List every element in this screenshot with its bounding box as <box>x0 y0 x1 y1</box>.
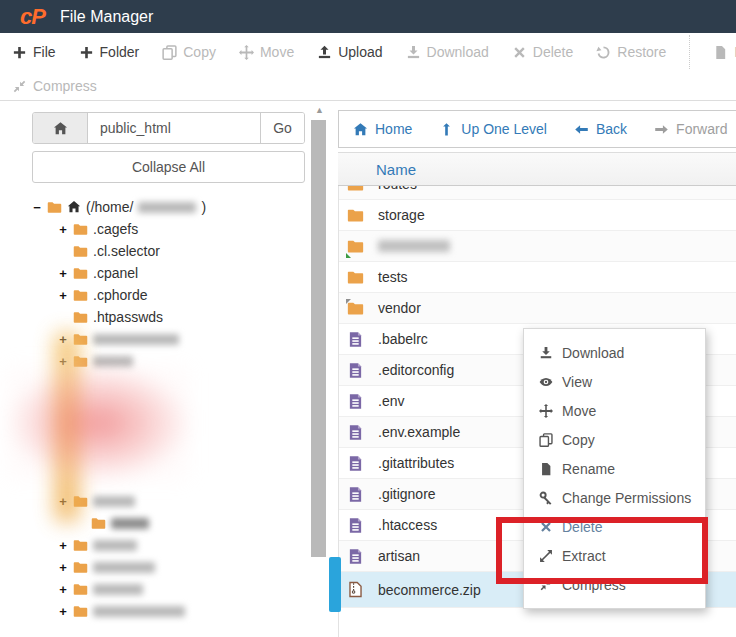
filelist-scrollbar-thumb[interactable] <box>329 557 341 612</box>
toolbar-button-move[interactable]: Move <box>239 44 294 60</box>
x-icon <box>539 520 553 534</box>
file-name: .gitattributes <box>378 455 454 471</box>
toolbar-button-copy[interactable]: Copy <box>162 44 216 60</box>
tree-item-htpasswds[interactable]: .htpasswds <box>58 306 310 328</box>
toolbar-button-folder[interactable]: Folder <box>79 44 140 60</box>
toolbar-row-1: FileFolderCopyMoveUploadDownloadDeleteRe… <box>0 33 736 71</box>
tree-item-redacted[interactable] <box>76 512 310 534</box>
key-icon <box>539 491 553 505</box>
restore-icon <box>596 45 611 60</box>
file-row-storage[interactable]: storage <box>339 200 736 231</box>
expand-icon[interactable]: + <box>58 222 68 237</box>
toolbar-button-upload[interactable]: Upload <box>317 44 382 60</box>
home-icon <box>53 121 68 136</box>
tree-item-label: .cpanel <box>93 265 138 281</box>
file-row-routes[interactable]: routes <box>339 186 736 200</box>
tree-item-redacted[interactable]: + <box>58 534 310 556</box>
nav-back[interactable]: Back <box>574 121 627 137</box>
folder-icon <box>73 310 88 325</box>
go-button[interactable]: Go <box>260 113 304 143</box>
zip-icon <box>347 581 364 598</box>
column-header-name[interactable]: Name <box>338 152 736 186</box>
toolbar-button-compress[interactable]: Compress <box>12 78 97 94</box>
file-name: .gitignore <box>378 486 436 502</box>
tree-item-redacted[interactable]: + <box>58 600 310 622</box>
expand-icon[interactable]: + <box>58 538 68 553</box>
tree-item-redacted[interactable]: + <box>58 490 310 512</box>
menu-item-label: Change Permissions <box>562 490 691 506</box>
expand-icon[interactable]: + <box>58 604 68 619</box>
tree-item-cphorde[interactable]: +.cphorde <box>58 284 310 306</box>
tree-item-cpanel[interactable]: +.cpanel <box>58 262 310 284</box>
tree-item-redacted[interactable]: + <box>58 328 310 350</box>
up-icon <box>439 122 454 137</box>
app-header: cP File Manager <box>0 0 736 33</box>
left-icon <box>574 122 589 137</box>
download-icon <box>539 346 553 360</box>
menu-item-label: Copy <box>562 432 595 448</box>
menu-item-label: Delete <box>562 519 602 535</box>
folder-icon <box>73 538 88 553</box>
redacted-text <box>93 584 143 595</box>
tree-item-root[interactable]: − (/home/) <box>32 196 310 218</box>
doc-icon <box>347 517 364 534</box>
menu-item-compress[interactable]: Compress <box>524 570 705 599</box>
doc-icon <box>347 424 364 441</box>
menu-item-copy[interactable]: Copy <box>524 425 705 454</box>
toolbar-button-download[interactable]: Download <box>406 44 489 60</box>
copy-icon <box>162 45 177 60</box>
menu-item-change-permissions[interactable]: Change Permissions <box>524 483 705 512</box>
move-icon <box>239 45 254 60</box>
menu-item-extract[interactable]: Extract <box>524 541 705 570</box>
file-row-vendor[interactable]: vendor <box>339 293 736 324</box>
folder-icon <box>73 244 88 259</box>
tree-root-label-suffix: ) <box>201 199 206 215</box>
menu-item-view[interactable]: View <box>524 367 705 396</box>
menu-item-move[interactable]: Move <box>524 396 705 425</box>
home-icon <box>67 200 81 214</box>
folder-icon <box>73 222 88 237</box>
file-icon <box>713 45 728 60</box>
nav-home[interactable]: Home <box>353 121 412 137</box>
toolbar-button-file[interactable]: File <box>12 44 56 60</box>
collapse-all-button[interactable]: Collapse All <box>32 151 305 183</box>
collapse-icon[interactable]: − <box>32 200 42 215</box>
nav-up-one-level[interactable]: Up One Level <box>439 121 547 137</box>
redacted-text <box>93 562 155 573</box>
compress-icon <box>12 79 27 94</box>
menu-item-download[interactable]: Download <box>524 338 705 367</box>
move-icon <box>539 404 553 418</box>
expand-icon[interactable]: + <box>58 582 68 597</box>
sidebar: Go Collapse All − (/home/) +.cagefs.cl.s… <box>0 101 310 637</box>
toolbar-button-re[interactable]: Re <box>713 44 736 60</box>
menu-item-delete[interactable]: Delete <box>524 512 705 541</box>
file-row-tests[interactable]: tests <box>339 262 736 293</box>
tree-item-redacted[interactable]: + <box>58 578 310 600</box>
folder-icon <box>347 238 364 255</box>
file-row-redacted[interactable] <box>339 231 736 262</box>
expand-icon[interactable]: + <box>58 288 68 303</box>
nav-forward[interactable]: Forward <box>654 121 727 137</box>
path-input-group: Go <box>32 112 305 144</box>
scroll-up-icon[interactable]: ▲ <box>311 105 328 115</box>
menu-item-rename[interactable]: Rename <box>524 454 705 483</box>
folder-icon <box>91 516 106 531</box>
tree-item-redacted[interactable]: + <box>58 556 310 578</box>
tree-item-cagefs[interactable]: +.cagefs <box>58 218 310 240</box>
folder-icon <box>347 300 364 317</box>
eye-icon <box>539 375 553 389</box>
tree-item-label: .htpasswds <box>93 309 163 325</box>
home-button[interactable] <box>33 113 88 143</box>
tree-item-cl-selector[interactable]: .cl.selector <box>58 240 310 262</box>
expand-icon[interactable]: + <box>58 266 68 281</box>
file-name: .env <box>378 393 404 409</box>
expand-icon[interactable]: + <box>58 560 68 575</box>
page-title: File Manager <box>60 8 153 26</box>
file-name: becommerce.zip <box>378 582 481 598</box>
toolbar-button-restore[interactable]: Restore <box>596 44 666 60</box>
sidebar-scrollbar-thumb[interactable] <box>311 120 326 557</box>
toolbar-button-delete[interactable]: Delete <box>512 44 573 60</box>
file-name: storage <box>378 207 425 223</box>
nav-label: Home <box>375 121 412 137</box>
path-input[interactable] <box>88 113 260 143</box>
